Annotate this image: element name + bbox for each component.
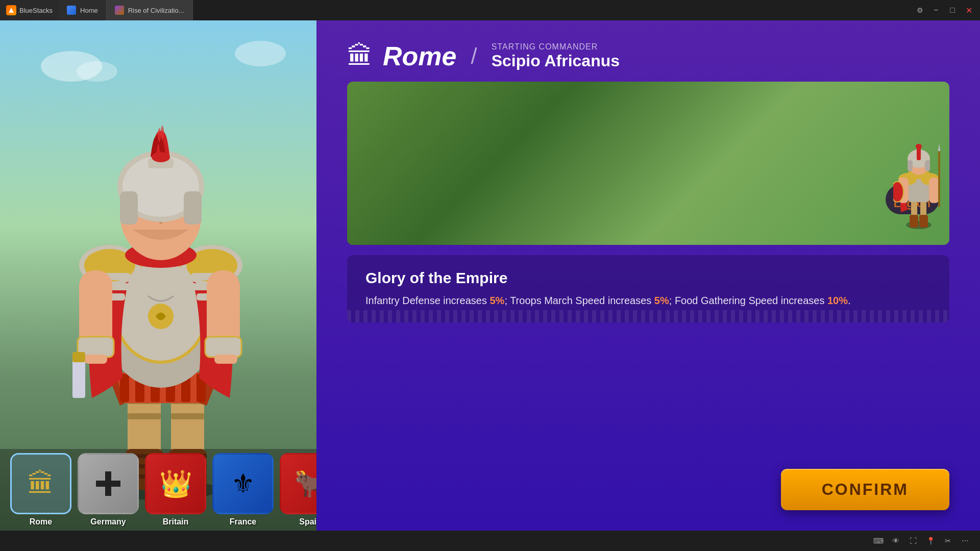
civ-badge-britain: 👑 [145, 453, 206, 514]
rome-civ-name: Rome [30, 517, 52, 527]
eye-icon[interactable]: 👁 [889, 534, 902, 547]
civ-badge-france: ⚜ [212, 453, 274, 514]
maximize-button[interactable]: □ [945, 3, 960, 17]
home-tab-label: Home [80, 7, 98, 14]
svg-rect-44 [84, 355, 107, 364]
location-icon[interactable]: 📍 [924, 534, 937, 547]
ability-highlight-1: 5% [489, 295, 504, 306]
svg-rect-43 [205, 337, 241, 357]
spain-civ-name: Spain [299, 517, 316, 527]
greek-pattern [347, 310, 949, 322]
svg-marker-113 [938, 143, 940, 151]
tab-game[interactable]: Rise of Civilizatio... [107, 0, 193, 20]
svg-rect-7 [128, 413, 161, 419]
civ-badge-germany [78, 453, 139, 514]
ability-section: Glory of the Empire Infantry Defense inc… [347, 255, 949, 322]
home-tab-icon [67, 6, 76, 15]
germany-civ-name: Germany [90, 517, 126, 527]
game-tab-label: Rise of Civilizatio... [128, 7, 184, 14]
scissors-icon[interactable]: ✂ [941, 534, 954, 547]
commander-block: STARTING COMMANDER Scipio Africanus [492, 42, 620, 70]
britain-civ-name: Britain [163, 517, 189, 527]
svg-rect-112 [938, 151, 940, 207]
civ-item-germany[interactable]: Germany [78, 453, 139, 527]
civ-badge-rome: 🏛 [10, 453, 71, 514]
germany-cross-icon [93, 468, 124, 499]
ability-text-1: Infantry Defense increases [365, 295, 489, 306]
bluestacks-label: BlueStacks [19, 7, 53, 14]
ability-title: Glory of the Empire [365, 269, 931, 287]
civilization-selector: 🏛 Rome Germany 👑 Britain ⚜ [0, 449, 316, 531]
civilization-name: Rome [383, 41, 456, 71]
fullscreen-icon[interactable]: ⛶ [906, 534, 920, 547]
svg-rect-116 [908, 160, 913, 171]
minimize-button[interactable]: − [929, 3, 943, 17]
svg-rect-47 [214, 355, 237, 364]
svg-point-62 [152, 152, 170, 162]
ability-description: Infantry Defense increases 5%; Troops Ma… [365, 293, 931, 308]
svg-rect-59 [120, 191, 138, 224]
city-bg [347, 82, 949, 245]
svg-rect-103 [910, 215, 918, 228]
city-image: Unique Unit Legion [347, 82, 949, 245]
keyboard-icon[interactable]: ⌨ [872, 534, 885, 547]
game-container: 🏛 Rome Germany 👑 Britain ⚜ [0, 20, 980, 531]
civ-item-rome[interactable]: 🏛 Rome [10, 453, 71, 527]
svg-rect-46 [72, 352, 85, 362]
confirm-section: CONFIRM [347, 459, 949, 510]
left-panel: 🏛 Rome Germany 👑 Britain ⚜ [0, 20, 316, 531]
more-icon[interactable]: ⋯ [959, 534, 972, 547]
right-panel: 🏛 Rome / STARTING COMMANDER Scipio Afric… [316, 20, 980, 531]
rome-civ-icon: 🏛 [28, 468, 54, 499]
britain-civ-icon: 👑 [159, 468, 192, 499]
window-controls: ⚙ − □ ✕ [913, 3, 980, 17]
ability-text-3: ; Food Gathering Speed increases [669, 295, 827, 306]
bluestacks-logo[interactable]: BlueStacks [0, 0, 59, 20]
svg-rect-104 [919, 215, 928, 228]
header-divider: / [471, 43, 477, 69]
rome-laurel-icon: 🏛 [347, 41, 373, 71]
france-civ-name: France [230, 517, 256, 527]
close-button[interactable]: ✕ [962, 3, 976, 17]
starting-commander-label: STARTING COMMANDER [492, 42, 620, 52]
svg-rect-60 [184, 191, 202, 224]
tab-home[interactable]: Home [59, 0, 107, 20]
spain-civ-icon: 🐂 [294, 468, 317, 499]
civ-item-france[interactable]: ⚜ France [212, 453, 274, 527]
window-taskbar: BlueStacks Home Rise of Civilizatio... ⚙… [0, 0, 980, 20]
ability-highlight-3: 10% [827, 295, 848, 306]
svg-point-119 [916, 144, 922, 149]
svg-rect-110 [929, 178, 939, 203]
bs-icon [6, 5, 16, 15]
bottom-taskbar: ⌨ 👁 ⛶ 📍 ✂ ⋯ [0, 531, 980, 551]
ability-text-end: . [848, 295, 851, 306]
unit-figure [893, 141, 944, 235]
settings-icon[interactable]: ⚙ [913, 3, 927, 17]
character-soldier [31, 102, 286, 500]
confirm-button[interactable]: CONFIRM [781, 469, 949, 510]
game-tab-icon [115, 6, 124, 15]
svg-point-111 [893, 182, 903, 202]
cloud-2 [77, 61, 117, 82]
cloud-3 [235, 41, 286, 66]
civ-item-spain[interactable]: 🐂 Spain [280, 453, 316, 527]
civilization-header: 🏛 Rome / STARTING COMMANDER Scipio Afric… [347, 41, 949, 71]
france-civ-icon: ⚜ [231, 468, 255, 499]
civ-badge-spain: 🐂 [280, 453, 316, 514]
ability-highlight-2: 5% [654, 295, 669, 306]
commander-name: Scipio Africanus [492, 52, 620, 70]
svg-rect-117 [925, 160, 930, 171]
civ-item-britain[interactable]: 👑 Britain [145, 453, 206, 527]
ability-text-2: ; Troops March Speed increases [504, 295, 654, 306]
svg-rect-8 [171, 413, 204, 419]
